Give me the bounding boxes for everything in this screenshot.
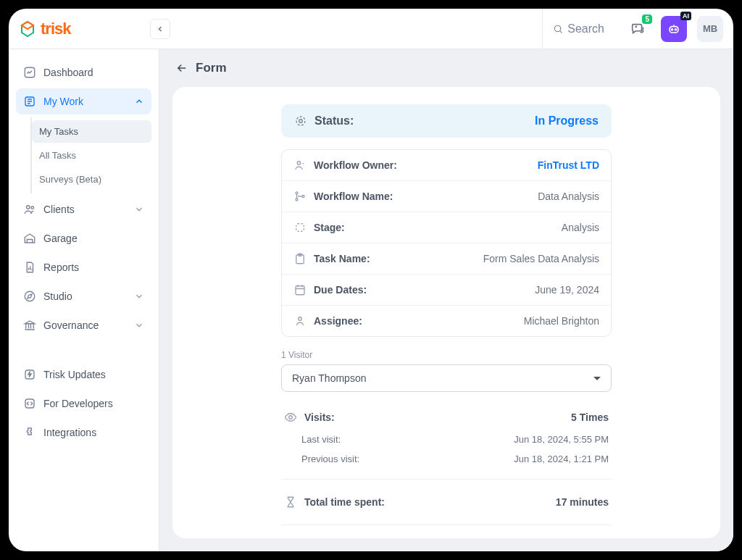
nav-studio[interactable]: Studio [16, 283, 151, 309]
brand-mark-icon [19, 20, 36, 38]
svg-point-3 [675, 28, 677, 30]
svg-point-8 [25, 291, 35, 301]
svg-rect-17 [296, 224, 304, 232]
status-row: Status: In Progress [281, 104, 612, 138]
previous-visit-row: Previous visit: Jun 18, 2024, 1:21 PM [281, 449, 612, 469]
stage-icon [293, 221, 307, 234]
svg-point-15 [296, 198, 298, 201]
last-visit-row: Last visit: Jun 18, 2024, 5:55 PM [281, 430, 612, 449]
nav-label: Integrations [43, 427, 96, 438]
detail-assignee: Assignee: Michael Brighton [282, 306, 611, 336]
user-avatar[interactable]: MB [697, 16, 723, 42]
nav-updates[interactable]: Trisk Updates [16, 362, 151, 388]
visits-header: Visits: 5 Times [281, 405, 612, 430]
hourglass-icon [284, 496, 297, 509]
subnav-surveys[interactable]: Surveys (Beta) [32, 168, 151, 191]
chevron-down-icon [134, 320, 144, 330]
task-icon [293, 252, 307, 265]
detail-workflow-name: Workflow Name: Data Analysis [282, 181, 611, 212]
sidebar: Dashboard My Work My Tasks All Tasks Sur… [9, 49, 159, 551]
time-spent-header: Total time spent: 17 minutes [281, 490, 612, 514]
brand-text: trisk [41, 20, 70, 38]
visitor-count-caption: 1 Visitor [281, 350, 612, 360]
page-title: Form [196, 61, 227, 75]
nav-integrations[interactable]: Integrations [16, 419, 151, 446]
nav-garage[interactable]: Garage [16, 225, 151, 251]
svg-point-0 [554, 25, 560, 31]
chat-badge: 5 [642, 14, 652, 24]
pencil-icon [23, 290, 36, 303]
svg-point-13 [297, 162, 301, 165]
chevron-up-icon [134, 96, 144, 106]
selected-visitor: Ryan Thompson [292, 372, 366, 384]
visitor-select[interactable]: Ryan Thompson [281, 364, 612, 392]
search-placeholder: Search [567, 22, 604, 35]
puzzle-icon [23, 426, 36, 439]
workflow-owner-link[interactable]: FinTrust LTD [538, 159, 599, 171]
people-icon [23, 203, 36, 216]
nav-label: Clients [43, 204, 75, 215]
nav-label: Dashboard [43, 67, 93, 78]
detail-stage: Stage: Analysis [282, 212, 611, 243]
eye-icon [284, 411, 297, 424]
nav-label: Studio [43, 291, 72, 302]
downloads-header: Downloaded: 3 Times [281, 535, 612, 538]
sidebar-collapse-button[interactable] [150, 19, 170, 39]
branch-icon [293, 190, 307, 203]
nav-label: Governance [43, 319, 99, 331]
detail-due-date: Due Dates: June 19, 2024 [282, 275, 611, 306]
nav-label: Trisk Updates [43, 369, 106, 380]
form-card: Status: In Progress Workflow Owner: FinT… [172, 87, 720, 538]
search-input[interactable]: Search [542, 9, 614, 49]
svg-point-6 [27, 206, 30, 209]
back-icon[interactable] [175, 62, 188, 75]
svg-point-11 [296, 117, 305, 125]
dashboard-icon [23, 66, 36, 79]
svg-point-14 [296, 192, 298, 194]
brand-logo[interactable]: trisk [19, 20, 70, 38]
nav-my-work[interactable]: My Work [16, 88, 151, 114]
chat-button[interactable]: 5 [625, 16, 651, 42]
nav-governance[interactable]: Governance [16, 312, 151, 338]
dropdown-arrow-icon [593, 377, 601, 384]
nav-label: Reports [43, 262, 79, 273]
code-icon [23, 397, 36, 410]
nav-reports[interactable]: Reports [16, 254, 151, 280]
page-header: Form [159, 49, 733, 87]
topbar: trisk Search 5 AI MB [9, 9, 733, 49]
bank-icon [23, 319, 36, 332]
chevron-down-icon [134, 204, 144, 214]
status-icon [294, 114, 307, 128]
details-panel: Workflow Owner: FinTrust LTD Workflow Na… [281, 149, 612, 337]
person-icon [293, 314, 307, 327]
status-label: Status: [314, 114, 354, 128]
search-icon [553, 23, 563, 35]
svg-point-21 [299, 317, 302, 321]
svg-point-16 [302, 196, 304, 198]
nav-developers[interactable]: For Developers [16, 390, 151, 417]
nav-dashboard[interactable]: Dashboard [16, 59, 151, 85]
svg-point-22 [289, 416, 293, 419]
nav-label: For Developers [43, 398, 113, 409]
nav-clients[interactable]: Clients [16, 196, 151, 222]
svg-point-7 [31, 206, 34, 209]
ai-assistant-button[interactable]: AI [661, 16, 687, 42]
garage-icon [23, 232, 36, 245]
bot-icon [667, 22, 681, 36]
report-icon [23, 261, 36, 274]
svg-point-2 [672, 28, 673, 30]
svg-rect-20 [296, 286, 304, 295]
detail-workflow-owner: Workflow Owner: FinTrust LTD [282, 150, 611, 181]
chevron-down-icon [134, 291, 144, 301]
detail-task-name: Task Name: Form Sales Data Analysis [282, 243, 611, 275]
chevron-left-icon [156, 25, 164, 33]
bolt-icon [23, 368, 36, 381]
nav-label: My Work [43, 96, 83, 107]
briefcase-icon [23, 95, 36, 108]
calendar-icon [293, 283, 307, 296]
ai-badge: AI [680, 12, 691, 20]
nav-label: Garage [43, 233, 78, 244]
subnav-all-tasks[interactable]: All Tasks [32, 144, 151, 167]
subnav-my-tasks[interactable]: My Tasks [32, 120, 151, 143]
svg-point-12 [299, 120, 303, 123]
